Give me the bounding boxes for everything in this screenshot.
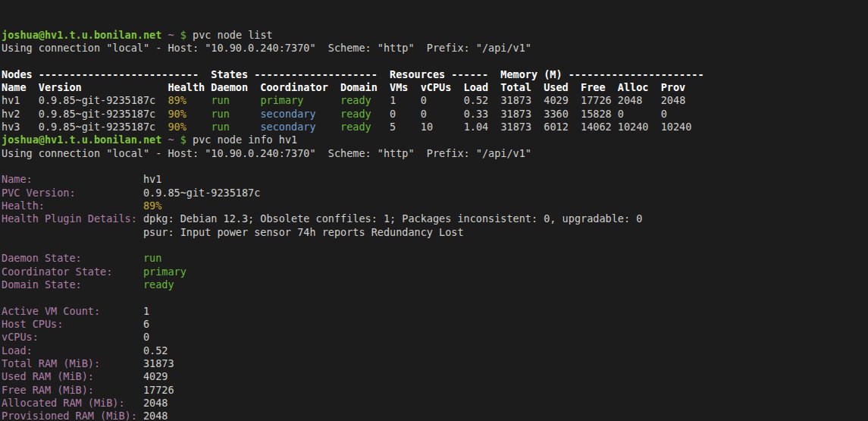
info-host-cpus: Host CPUs: 6 (2, 318, 868, 331)
info-allocated-ram: Allocated RAM (MiB): 2048 (2, 397, 868, 410)
node-row-hv2: hv2 0.9.85~git-9235187c 90% run secondar… (2, 108, 868, 121)
connection-info: Using connection "local" - Host: "10.90.… (2, 42, 868, 55)
blank-line (2, 239, 868, 252)
prompt-node-info: joshua@hv1.t.u.bonilan.net ~ $ pvc node … (2, 134, 868, 146)
info-domain-state: Domain State: ready (2, 278, 868, 291)
info-pvc-version: PVC Version: 0.9.85~git-9235187c (2, 187, 868, 200)
terminal-window[interactable]: joshua@hv1.t.u.bonilan.net ~ $ pvc node … (0, 0, 868, 421)
info-provisioned-ram: Provisioned RAM (MiB): 2048 (2, 410, 868, 421)
info-load: Load: 0.52 (2, 344, 868, 357)
info-daemon-state: Daemon State: run (2, 252, 868, 265)
terminal-screen: joshua@hv1.t.u.bonilan.net ~ $ pvc node … (2, 29, 868, 421)
info-coordinator-state: Coordinator State: primary (2, 265, 868, 278)
info-used-ram: Used RAM (MiB): 4029 (2, 370, 868, 383)
info-total-ram: Total RAM (MiB): 31873 (2, 357, 868, 370)
table-group-header: Nodes -------------------------- States … (2, 68, 868, 81)
node-row-hv3: hv3 0.9.85~git-9235187c 90% run secondar… (2, 121, 868, 134)
blank-line (2, 291, 868, 304)
blank-line (2, 55, 868, 68)
connection-info: Using connection "local" - Host: "10.90.… (2, 147, 868, 160)
info-name: Name: hv1 (2, 173, 868, 186)
node-row-hv1: hv1 0.9.85~git-9235187c 89% run primary … (2, 94, 868, 107)
prompt-node-list: joshua@hv1.t.u.bonilan.net ~ $ pvc node … (2, 29, 868, 42)
info-vcpus: vCPUs: 0 (2, 331, 868, 344)
info-health: Health: 89% (2, 200, 868, 212)
table-column-header: Name Version Health Daemon Coordinator D… (2, 81, 868, 94)
info-free-ram: Free RAM (MiB): 17726 (2, 384, 868, 397)
blank-line (2, 160, 868, 173)
info-active-vm-count: Active VM Count: 1 (2, 305, 868, 318)
info-health-plugin-details-cont: psur: Input power sensor 74h reports Red… (2, 226, 868, 239)
info-health-plugin-details: Health Plugin Details: dpkg: Debian 12.3… (2, 212, 868, 225)
